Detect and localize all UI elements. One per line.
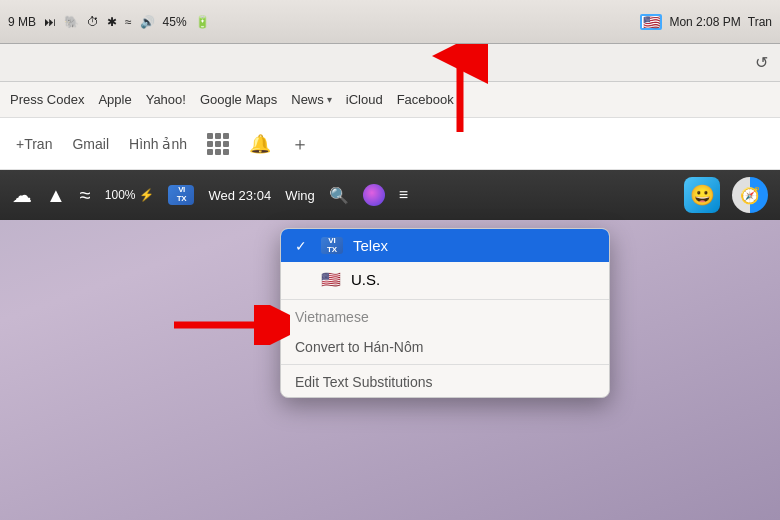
menu-clock: Mon 2:08 PM <box>669 15 740 29</box>
add-account-button[interactable]: ＋ <box>291 132 309 156</box>
im-item-us[interactable]: ✓ 🇺🇸 U.S. <box>281 262 609 297</box>
menu-evernote-icon: 🐘 <box>64 15 79 29</box>
im-item-telex[interactable]: ✓ VITX Telex <box>281 229 609 262</box>
menu-volume-icon: 🔊 <box>140 15 155 29</box>
google-apps-icon[interactable] <box>207 133 229 155</box>
bookmark-yahoo[interactable]: Yahoo! <box>146 92 186 107</box>
menu-bar-left: 9 MB ⏭ 🐘 ⏱ ✱ ≈ 🔊 45% 🔋 <box>8 15 630 29</box>
battery-dock: 100% ⚡ <box>105 188 155 202</box>
menu-user: Tran <box>748 15 772 29</box>
input-method-dropdown: ✓ VITX Telex ✓ 🇺🇸 U.S. Vietnamese Conver… <box>280 228 610 398</box>
menu-bluetooth-icon: ✱ <box>107 15 117 29</box>
bookmark-apple[interactable]: Apple <box>98 92 131 107</box>
im-convert-han-nom[interactable]: Convert to Hán-Nôm <box>281 332 609 362</box>
dock-wing-label: Wing <box>285 188 315 203</box>
im-divider-2 <box>281 364 609 365</box>
menu-battery-pct: 45% <box>163 15 187 29</box>
wifi-dock-icon: ≈ <box>80 184 91 207</box>
bookmark-press-codex[interactable]: Press Codex <box>10 92 84 107</box>
us-checkmark: ✓ <box>295 272 311 288</box>
telex-label: Telex <box>353 237 388 254</box>
news-dropdown-arrow: ▾ <box>327 94 332 105</box>
us-flag: 🇺🇸 <box>321 270 341 289</box>
google-bar: +Tran Gmail Hình ảnh 🔔 ＋ <box>0 118 780 170</box>
menu-battery-icon: 🔋 <box>195 15 210 29</box>
browser-toolbar: ↺ <box>0 44 780 82</box>
finder-icon[interactable]: 😀 <box>684 177 720 213</box>
plus-tran-button[interactable]: +Tran <box>16 136 52 152</box>
vitx-input-method-button[interactable]: VITX <box>168 185 194 205</box>
dock-search-icon[interactable]: 🔍 <box>329 186 349 205</box>
bookmarks-bar: Press Codex Apple Yahoo! Google Maps New… <box>0 82 780 118</box>
menu-bar: 9 MB ⏭ 🐘 ⏱ ✱ ≈ 🔊 45% 🔋 🇺🇸 Mon 2:08 PM Tr… <box>0 0 780 44</box>
siri-icon[interactable] <box>363 184 385 206</box>
menu-timer-icon: ⏱ <box>87 15 99 29</box>
dock-menu-icon[interactable]: ≡ <box>399 186 408 204</box>
reload-button[interactable]: ↺ <box>755 53 768 72</box>
us-label: U.S. <box>351 271 380 288</box>
arrow-up-svg <box>400 44 520 134</box>
menu-memory: 9 MB <box>8 15 36 29</box>
menu-bar-right: 🇺🇸 Mon 2:08 PM Tran <box>640 14 772 30</box>
input-method-flag[interactable]: 🇺🇸 <box>640 14 662 30</box>
im-divider-1 <box>281 299 609 300</box>
bookmark-news[interactable]: News ▾ <box>291 92 332 107</box>
im-edit-text-substitutions[interactable]: Edit Text Substitutions <box>281 367 609 397</box>
gmail-link[interactable]: Gmail <box>72 136 109 152</box>
dock-clock: Wed 23:04 <box>208 188 271 203</box>
hinhanh-link[interactable]: Hình ảnh <box>129 136 187 152</box>
telex-checkmark: ✓ <box>295 238 311 254</box>
telex-vitx-badge: VITX <box>321 237 343 254</box>
notifications-bell[interactable]: 🔔 <box>249 133 271 155</box>
menu-skip-icon: ⏭ <box>44 15 56 29</box>
menu-wifi-icon: ≈ <box>125 15 132 29</box>
dock-bar: ☁ ▲ ≈ 100% ⚡ VITX Wed 23:04 Wing 🔍 ≡ 😀 🧭 <box>0 170 780 220</box>
im-section-vietnamese: Vietnamese <box>281 302 609 332</box>
icloud-dock-icon: ☁ <box>12 183 32 207</box>
google-drive-icon: ▲ <box>46 184 66 207</box>
dock-right: 😀 🧭 <box>684 177 768 213</box>
bookmark-google-maps[interactable]: Google Maps <box>200 92 277 107</box>
bookmark-icloud[interactable]: iCloud <box>346 92 383 107</box>
safari-icon[interactable]: 🧭 <box>732 177 768 213</box>
arrow-right-svg <box>170 305 290 345</box>
